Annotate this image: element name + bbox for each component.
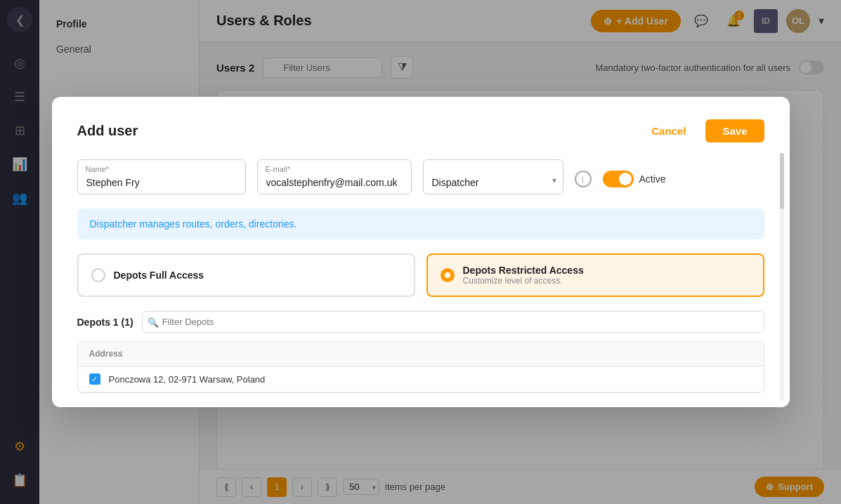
restricted-access-title: Depots Restricted Access — [463, 265, 584, 276]
full-access-option[interactable]: Depots Full Access — [77, 253, 415, 297]
role-info-icon[interactable]: i — [575, 171, 592, 187]
name-field-group: Name* — [77, 159, 246, 194]
role-info-banner: Dispatcher manages routes, orders, direc… — [77, 208, 764, 239]
table-row: ✓ Ponczowa 12, 02-971 Warsaw, Poland — [78, 366, 764, 392]
restricted-access-radio[interactable] — [441, 268, 455, 282]
depots-search-wrap: 🔍 — [142, 311, 764, 333]
modal-title: Add user — [77, 123, 138, 139]
active-label: Active — [639, 173, 666, 185]
email-field[interactable] — [257, 159, 412, 194]
name-field[interactable] — [77, 159, 246, 194]
save-button[interactable]: Save — [705, 119, 764, 142]
role-select-wrap: Dispatcher Admin Driver — [423, 159, 563, 194]
active-toggle-wrap: Active — [603, 171, 666, 187]
modal-overlay: Add user Cancel Save Name* E-mail* — [0, 0, 841, 504]
depots-header: Depots 1 (1) 🔍 — [77, 311, 764, 333]
restricted-access-subtitle: Customize level of access. — [463, 276, 584, 286]
restricted-access-option[interactable]: Depots Restricted Access Customize level… — [426, 253, 764, 297]
modal-scrollbar[interactable] — [780, 153, 784, 402]
depot-address: Ponczowa 12, 02-971 Warsaw, Poland — [109, 374, 266, 385]
modal-body: Name* E-mail* Role Dispatcher Admin Dr — [77, 159, 764, 407]
depot-checkbox[interactable]: ✓ — [89, 373, 100, 385]
email-field-group: E-mail* — [257, 159, 412, 194]
restricted-access-text: Depots Restricted Access Customize level… — [463, 265, 584, 286]
full-access-text: Depots Full Access — [114, 270, 204, 281]
modal-scroll-thumb — [780, 153, 784, 209]
checkmark-icon: ✓ — [91, 375, 98, 384]
full-access-radio[interactable] — [91, 268, 105, 282]
access-options: Depots Full Access Depots Restricted Acc… — [77, 253, 764, 297]
toggle-on-knob — [619, 173, 632, 185]
modal-header: Add user Cancel Save — [77, 119, 764, 142]
depots-search-icon: 🔍 — [148, 317, 159, 327]
full-access-title: Depots Full Access — [114, 270, 204, 281]
active-toggle[interactable] — [603, 171, 634, 187]
cancel-button[interactable]: Cancel — [640, 119, 697, 142]
modal-actions: Cancel Save — [640, 119, 764, 142]
depots-search-input[interactable] — [142, 311, 764, 333]
depots-table-header: Address — [78, 342, 764, 366]
modal-fields: Name* E-mail* Role Dispatcher Admin Dr — [77, 159, 764, 194]
role-field-group: Role Dispatcher Admin Driver — [423, 159, 563, 194]
depots-label: Depots 1 (1) — [77, 317, 133, 328]
role-select[interactable]: Dispatcher Admin Driver — [423, 159, 563, 194]
depots-table: Address ✓ Ponczowa 12, 02-971 Warsaw, Po… — [77, 341, 764, 393]
depots-section: Depots 1 (1) 🔍 Address ✓ Ponczowa 12, 02… — [77, 311, 764, 393]
add-user-modal: Add user Cancel Save Name* E-mail* — [52, 97, 790, 407]
